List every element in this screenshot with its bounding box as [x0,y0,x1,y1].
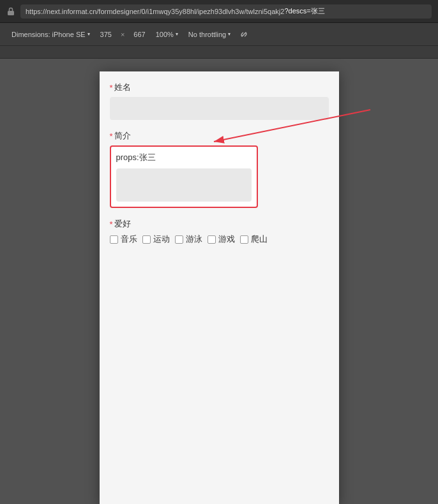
hobby-required-star: * [110,219,113,229]
dimensions-chevron: ▾ [87,31,90,37]
name-field: * 姓名 [110,82,329,120]
name-required-star: * [110,83,113,93]
name-input[interactable] [110,97,329,120]
dimensions-label: Dimensions: iPhone SE [11,31,86,38]
checkbox-item-music[interactable]: 音乐 [110,233,137,245]
desc-field: * 简介 props:张三 [110,130,329,208]
dimensions-selector[interactable]: Dimensions: iPhone SE ▾ [8,29,94,40]
devtools-toolbar: Dimensions: iPhone SE ▾ 375 × 667 100% ▾… [0,23,438,46]
throttling-label: No throttling [188,31,226,38]
name-label: * 姓名 [110,82,329,93]
checkbox-box-sports[interactable] [142,235,151,244]
throttling-chevron: ▾ [228,31,230,37]
hobby-label-text: 爱好 [114,218,131,230]
desc-textarea[interactable]: props:张三 [110,145,258,208]
throttling-selector[interactable]: No throttling ▾ [185,29,234,40]
checkbox-box-games[interactable] [208,235,216,244]
checkbox-label-music: 音乐 [121,233,137,245]
checkbox-box-swim[interactable] [175,235,183,244]
ruler [0,46,438,59]
desc-required-star: * [110,131,113,141]
desc-content: props:张三 [116,152,252,163]
main-viewport: * 姓名 * 简介 props:张三 * 爱 [0,59,438,504]
url-bar[interactable]: https://next.informat.cn/formdesigner/0/… [20,4,432,19]
checkbox-item-swim[interactable]: 游泳 [175,233,202,245]
checkbox-label-games: 游戏 [218,233,235,245]
checkbox-item-games[interactable]: 游戏 [208,233,235,245]
form-content: * 姓名 * 简介 props:张三 * 爱 [100,71,339,268]
checkbox-item-climb[interactable]: 爬山 [240,233,268,245]
hobby-field: * 爱好 音乐运动游泳游戏爬山 [110,218,329,248]
checkbox-label-swim: 游泳 [186,233,202,245]
desc-label: * 简介 [110,130,329,142]
width-input[interactable]: 375 [96,29,116,40]
zoom-chevron: ▾ [176,31,178,37]
phone-frame: * 姓名 * 简介 props:张三 * 爱 [100,71,339,504]
desc-textarea-bg [116,168,252,202]
checkbox-box-music[interactable] [110,235,118,244]
svg-rect-0 [8,11,14,15]
link-icon[interactable] [237,27,251,41]
lock-icon [6,7,15,16]
checkbox-box-climb[interactable] [240,235,248,244]
url-suffix: ?descs=张三 [284,6,324,16]
checkbox-label-climb: 爬山 [251,233,268,245]
height-value: 667 [133,31,145,38]
address-bar: https://next.informat.cn/formdesigner/0/… [0,0,438,23]
zoom-value: 100% [156,31,174,38]
hobby-label: * 爱好 [110,218,329,230]
name-label-text: 姓名 [114,82,131,93]
hobby-checkbox-group: 音乐运动游泳游戏爬山 [110,233,329,248]
desc-label-text: 简介 [114,130,131,142]
width-value: 375 [100,31,112,38]
checkbox-label-sports: 运动 [153,233,170,245]
dimension-x-separator: × [118,29,127,40]
checkbox-item-sports[interactable]: 运动 [142,233,170,245]
zoom-selector[interactable]: 100% ▾ [152,29,182,40]
url-prefix: https://next.informat.cn/formdesigner/0/… [26,8,284,15]
height-input[interactable]: 667 [130,29,149,40]
